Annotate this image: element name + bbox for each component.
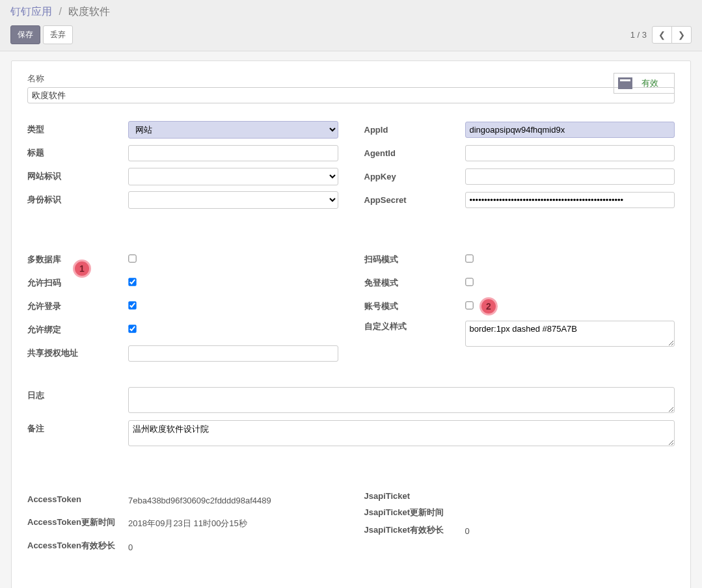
token-label: AccessToken [27,494,128,504]
form-sheet: 有效 名称 类型 网站 标题 网站标识 身份标识 [11,60,691,588]
log-textarea[interactable] [128,387,675,413]
log-label: 日志 [27,387,128,415]
note-textarea[interactable] [128,420,675,446]
status-label: 有效 [641,77,658,89]
identity-select[interactable] [128,191,338,209]
pager-text: 1 / 3 [630,30,647,40]
discard-button[interactable]: 丢弃 [43,25,73,44]
name-label: 名称 [27,73,675,85]
token-ttl-value: 0 [128,540,133,552]
left-col-2: 多数据库 允许扫码 允许登录 允许绑定 共享授权地址 [27,250,338,368]
noauth-label: 免登模式 [364,277,465,289]
save-button[interactable]: 保存 [10,25,40,44]
breadcrumb-parent[interactable]: 钉钉应用 [10,6,52,17]
noauth-checkbox[interactable] [465,278,473,286]
token-update-value: 2018年09月23日 11时00分15秒 [128,515,247,529]
breadcrumb: 钉钉应用 / 欧度软件 [10,5,692,19]
login-checkbox[interactable] [128,301,136,309]
scanmode-checkbox[interactable] [465,254,473,262]
subject-input[interactable] [128,145,338,161]
pager: 1 / 3 ❮ ❯ [630,26,692,44]
style-textarea[interactable] [465,321,675,347]
content: 有效 名称 类型 网站 标题 网站标识 身份标识 [0,51,702,588]
scanmode-label: 扫码模式 [364,254,465,265]
pager-next[interactable]: ❯ [671,26,692,44]
pager-prev[interactable]: ❮ [652,26,672,44]
left-col-3: AccessToken 7eba438bd96f30609c2fdddd98af… [27,490,338,560]
left-col-1: 类型 网站 标题 网站标识 身份标识 [27,120,338,214]
appkey-input[interactable] [465,168,675,185]
ticket-update-label: JsapiTicket更新时间 [364,507,465,518]
scan-checkbox[interactable] [128,278,136,286]
pager-buttons: ❮ ❯ [652,26,692,44]
website-label: 网站标识 [27,170,128,182]
note-label: 备注 [27,420,128,448]
appkey-label: AppKey [364,172,465,181]
breadcrumb-current: 欧度软件 [68,6,110,17]
appsecret-input[interactable] [465,192,675,208]
header-controls: 保存 丢弃 1 / 3 ❮ ❯ [10,25,692,44]
login-label: 允许登录 [27,301,128,312]
right-col-2: 扫码模式 免登模式 账号模式 自定义样式 [364,250,675,368]
multidb-label: 多数据库 [27,254,128,265]
token-ttl-label: AccessToken有效秒长 [27,540,128,552]
type-select[interactable]: 网站 [128,121,338,139]
action-buttons: 保存 丢弃 [10,25,73,44]
agentid-label: AgentId [364,148,465,158]
ticket-ttl-value: 0 [465,524,470,536]
share-label: 共享授权地址 [27,347,128,359]
type-label: 类型 [27,124,128,135]
scan-label: 允许扫码 [27,277,128,289]
header-bar: 钉钉应用 / 欧度软件 保存 丢弃 1 / 3 ❮ ❯ [0,0,702,51]
ticket-ttl-label: JsapiTicket有效秒长 [364,524,465,536]
website-select[interactable] [128,168,338,185]
archive-icon [618,77,632,89]
name-input[interactable] [27,87,675,103]
appid-label: AppId [364,125,465,135]
token-update-label: AccessToken更新时间 [27,516,128,528]
identity-label: 身份标识 [27,194,128,206]
account-checkbox[interactable] [465,301,473,309]
right-col-1: AppId AgentId AppKey AppSecret [364,120,675,214]
status-box[interactable]: 有效 [614,73,675,94]
ticket-label: JsapiTicket [364,491,465,501]
right-col-3: JsapiTicket JsapiTicket更新时间 JsapiTicket有… [364,490,675,560]
token-value: 7eba438bd96f30609c2fdddd98af4489 [128,493,271,505]
breadcrumb-separator: / [59,6,61,17]
share-input[interactable] [128,345,338,362]
multidb-checkbox[interactable] [128,254,136,262]
appid-input[interactable] [465,122,675,138]
bind-checkbox[interactable] [128,325,136,332]
appsecret-label: AppSecret [364,195,465,205]
style-label: 自定义样式 [364,321,465,332]
account-label: 账号模式 [364,301,465,312]
bind-label: 允许绑定 [27,324,128,336]
agentid-input[interactable] [465,145,675,161]
subject-label: 标题 [27,147,128,159]
